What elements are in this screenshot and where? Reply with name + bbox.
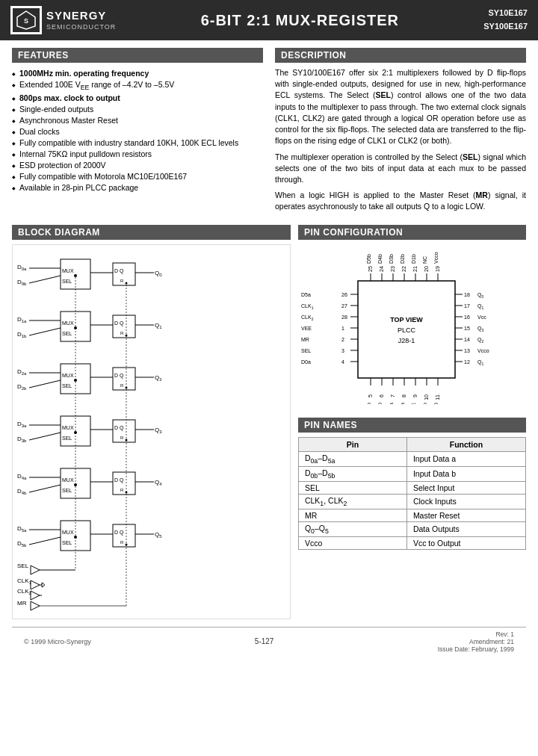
svg-text:MR: MR bbox=[301, 337, 309, 342]
pin-names-heading: PIN NAMES bbox=[298, 418, 526, 433]
pin-cell: MR bbox=[298, 509, 406, 521]
svg-text:4: 4 bbox=[341, 359, 344, 365]
bottom-section: BLOCK DIAGRAM D0a D0b D1a D1b D2a D2b D3… bbox=[12, 225, 526, 619]
svg-text:VEE: VEE bbox=[301, 326, 312, 331]
svg-text:Vcco: Vcco bbox=[422, 403, 427, 404]
bullet-icon: ◆ bbox=[12, 118, 16, 123]
svg-point-93 bbox=[74, 536, 77, 539]
feature-item: ◆Asynchronous Master Reset bbox=[12, 116, 263, 125]
features-list: ◆1000MHz min. operating frequency◆Extend… bbox=[12, 67, 263, 196]
feature-text: Fully compatible with Motorola MC10E/100… bbox=[19, 172, 187, 181]
svg-text:22: 22 bbox=[401, 266, 406, 272]
bullet-icon: ◆ bbox=[12, 140, 16, 146]
svg-text:D2b: D2b bbox=[17, 383, 27, 391]
svg-point-90 bbox=[74, 379, 77, 382]
svg-text:R: R bbox=[120, 488, 124, 492]
svg-text:D1b: D1b bbox=[17, 331, 27, 338]
pin-cell: SEL bbox=[298, 481, 406, 494]
svg-text:R: R bbox=[120, 383, 124, 388]
svg-text:8: 8 bbox=[401, 394, 406, 397]
svg-text:MUX: MUX bbox=[62, 425, 74, 430]
svg-text:11: 11 bbox=[435, 394, 440, 400]
svg-text:1: 1 bbox=[341, 326, 344, 331]
copyright: © 1999 Micro-Synergy bbox=[24, 638, 91, 645]
pin-names-table: Pin Function D0a–D5aInput Data aD0b–D5bI… bbox=[298, 437, 526, 550]
feature-item: ◆ESD protection of 2000V bbox=[12, 161, 263, 170]
amendment: Amendment: 21 bbox=[438, 638, 514, 645]
pin-cell: D0b–D5b bbox=[298, 466, 406, 481]
bullet-icon: ◆ bbox=[12, 96, 16, 101]
function-cell: Vcc to Output bbox=[406, 537, 525, 550]
svg-text:R: R bbox=[120, 540, 124, 545]
svg-rect-44 bbox=[113, 368, 135, 390]
svg-text:14: 14 bbox=[464, 337, 470, 342]
logo-area: S SYNERGY SEMICONDUCTOR bbox=[10, 6, 116, 34]
logo-text: SYNERGY SEMICONDUCTOR bbox=[46, 8, 116, 31]
svg-text:7: 7 bbox=[390, 394, 395, 397]
svg-text:24: 24 bbox=[379, 266, 384, 272]
svg-point-107 bbox=[126, 543, 128, 545]
svg-text:SEL: SEL bbox=[62, 331, 72, 336]
svg-text:D4a: D4a bbox=[17, 473, 27, 480]
svg-point-105 bbox=[126, 439, 128, 441]
description-heading: DESCRIPTION bbox=[275, 48, 526, 63]
svg-text:R: R bbox=[120, 436, 124, 440]
pin-cell: Vcco bbox=[298, 537, 406, 550]
svg-text:12: 12 bbox=[464, 359, 470, 365]
company-subtitle: SEMICONDUCTOR bbox=[46, 23, 116, 32]
description-paragraph: When a logic HIGH is applied to the Mast… bbox=[275, 190, 526, 212]
svg-line-61 bbox=[29, 433, 61, 440]
svg-text:5: 5 bbox=[368, 394, 373, 397]
svg-text:18: 18 bbox=[464, 292, 470, 297]
svg-line-83 bbox=[29, 537, 61, 545]
feature-text: Dual clocks bbox=[19, 127, 60, 136]
bullet-icon: ◆ bbox=[12, 174, 16, 179]
bullet-icon: ◆ bbox=[12, 71, 16, 76]
feature-item: ◆Extended 100E VEE range of –4.2V to –5.… bbox=[12, 80, 263, 91]
table-row: Q0–Q5Data Outputs bbox=[298, 521, 525, 536]
svg-text:Q2: Q2 bbox=[477, 337, 483, 344]
svg-text:MUX: MUX bbox=[62, 477, 74, 483]
feature-item: ◆Fully compatible with industry standard… bbox=[12, 138, 263, 147]
bullet-icon: ◆ bbox=[12, 129, 16, 134]
svg-rect-66 bbox=[113, 472, 135, 495]
pin-cell: D0a–D5a bbox=[298, 451, 406, 466]
company-name: SYNERGY bbox=[46, 8, 116, 23]
svg-text:SEL: SEL bbox=[62, 279, 72, 284]
svg-marker-94 bbox=[31, 580, 40, 589]
features-description-row: FEATURES ◆1000MHz min. operating frequen… bbox=[12, 48, 526, 217]
pin-config-heading: PIN CONFIGURATION bbox=[298, 225, 526, 240]
table-row: D0a–D5aInput Data a bbox=[298, 451, 525, 466]
svg-text:D3b: D3b bbox=[389, 254, 394, 264]
bullet-icon: ◆ bbox=[12, 163, 16, 168]
svg-text:NC: NC bbox=[422, 256, 427, 264]
svg-marker-95 bbox=[31, 591, 40, 600]
bullet-icon: ◆ bbox=[12, 82, 16, 87]
svg-text:CLK1: CLK1 bbox=[301, 303, 314, 310]
pin-cell: Q0–Q5 bbox=[298, 521, 406, 536]
svg-text:Vcc: Vcc bbox=[477, 315, 486, 320]
feature-item: ◆1000MHz min. operating frequency bbox=[12, 69, 263, 78]
description-text: The SY10/100E167 offer six 2:1 multiplex… bbox=[275, 67, 526, 213]
pin-names-section: PIN NAMES Pin Function D0a–D5aInput Data… bbox=[298, 418, 526, 550]
svg-line-39 bbox=[29, 328, 61, 335]
svg-text:3: 3 bbox=[341, 348, 344, 353]
svg-text:Q2: Q2 bbox=[155, 374, 162, 382]
svg-text:PLCC: PLCC bbox=[398, 326, 416, 334]
svg-rect-77 bbox=[113, 524, 135, 547]
svg-text:D  Q: D Q bbox=[114, 425, 124, 431]
svg-text:SEL: SEL bbox=[62, 383, 72, 388]
svg-text:6: 6 bbox=[379, 394, 384, 397]
svg-text:Q1: Q1 bbox=[155, 322, 162, 329]
svg-text:R: R bbox=[120, 279, 124, 283]
page-title: 6-BIT 2:1 MUX-REGISTER bbox=[116, 12, 483, 29]
svg-text:15: 15 bbox=[464, 326, 470, 331]
svg-point-88 bbox=[74, 274, 77, 277]
svg-text:SEL: SEL bbox=[62, 540, 72, 545]
svg-text:SEL: SEL bbox=[17, 563, 29, 569]
svg-text:D  Q: D Q bbox=[114, 373, 124, 379]
logo-box: S bbox=[10, 6, 42, 34]
svg-rect-22 bbox=[113, 263, 135, 285]
description-paragraph: The multiplexer operation is controlled … bbox=[275, 152, 526, 186]
svg-text:D5a: D5a bbox=[301, 292, 311, 297]
